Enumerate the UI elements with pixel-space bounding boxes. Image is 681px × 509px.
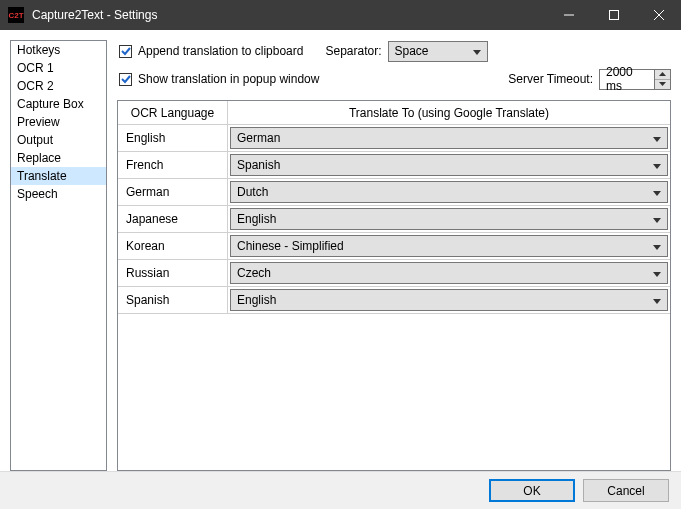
translate-to-dropdown[interactable]: English — [230, 208, 668, 230]
ok-button[interactable]: OK — [489, 479, 575, 502]
ocr-language-cell: English — [118, 125, 228, 151]
translate-to-value: Czech — [237, 266, 271, 280]
table-row: KoreanChinese - Simplified — [118, 233, 670, 260]
translate-to-value: English — [237, 212, 276, 226]
translate-to-dropdown[interactable]: Chinese - Simplified — [230, 235, 668, 257]
sidebar-item-output[interactable]: Output — [11, 131, 106, 149]
sidebar-item-hotkeys[interactable]: Hotkeys — [11, 41, 106, 59]
translate-to-dropdown[interactable]: Czech — [230, 262, 668, 284]
chevron-down-icon — [473, 44, 481, 58]
table-row: SpanishEnglish — [118, 287, 670, 314]
chevron-down-icon — [653, 266, 661, 280]
translate-to-dropdown[interactable]: English — [230, 289, 668, 311]
ocr-language-cell: French — [118, 152, 228, 178]
svg-rect-0 — [609, 11, 618, 20]
table-row: FrenchSpanish — [118, 152, 670, 179]
window-title: Capture2Text - Settings — [32, 8, 546, 22]
grid-header-translate-to: Translate To (using Google Translate) — [228, 101, 670, 124]
table-row: JapaneseEnglish — [118, 206, 670, 233]
table-row: EnglishGerman — [118, 125, 670, 152]
server-timeout-label: Server Timeout: — [508, 72, 593, 86]
translate-to-value: English — [237, 293, 276, 307]
chevron-down-icon — [653, 131, 661, 145]
translate-to-value: German — [237, 131, 280, 145]
chevron-down-icon — [653, 185, 661, 199]
sidebar-item-capture-box[interactable]: Capture Box — [11, 95, 106, 113]
translate-to-dropdown[interactable]: Dutch — [230, 181, 668, 203]
chevron-down-icon — [653, 239, 661, 253]
ocr-language-cell: Korean — [118, 233, 228, 259]
ocr-language-cell: Japanese — [118, 206, 228, 232]
sidebar-item-ocr2[interactable]: OCR 2 — [11, 77, 106, 95]
sidebar-item-translate[interactable]: Translate — [11, 167, 106, 185]
spinner-up-icon[interactable] — [655, 70, 670, 80]
chevron-down-icon — [653, 158, 661, 172]
server-timeout-field[interactable]: 2000 ms — [599, 69, 655, 90]
spinner-down-icon[interactable] — [655, 80, 670, 89]
translate-to-value: Dutch — [237, 185, 268, 199]
chevron-down-icon — [653, 293, 661, 307]
ocr-language-cell: Spanish — [118, 287, 228, 313]
separator-value: Space — [395, 44, 429, 58]
cancel-button[interactable]: Cancel — [583, 479, 669, 502]
append-clipboard-checkbox[interactable] — [119, 45, 132, 58]
append-clipboard-label: Append translation to clipboard — [138, 44, 303, 58]
minimize-button[interactable] — [546, 0, 591, 30]
translate-grid: OCR Language Translate To (using Google … — [117, 100, 671, 471]
sidebar-item-ocr1[interactable]: OCR 1 — [11, 59, 106, 77]
table-row: RussianCzech — [118, 260, 670, 287]
sidebar-item-speech[interactable]: Speech — [11, 185, 106, 203]
ocr-language-cell: Russian — [118, 260, 228, 286]
translate-to-dropdown[interactable]: German — [230, 127, 668, 149]
server-timeout-spinner[interactable] — [655, 69, 671, 90]
popup-window-label: Show translation in popup window — [138, 72, 319, 86]
translate-to-value: Chinese - Simplified — [237, 239, 344, 253]
chevron-down-icon — [653, 212, 661, 226]
separator-dropdown[interactable]: Space — [388, 41, 488, 62]
table-row: GermanDutch — [118, 179, 670, 206]
sidebar-item-preview[interactable]: Preview — [11, 113, 106, 131]
popup-window-checkbox[interactable] — [119, 73, 132, 86]
close-button[interactable] — [636, 0, 681, 30]
settings-sidebar: Hotkeys OCR 1 OCR 2 Capture Box Preview … — [10, 40, 107, 471]
grid-header-ocr-lang: OCR Language — [118, 101, 228, 124]
separator-label: Separator: — [325, 44, 381, 58]
ocr-language-cell: German — [118, 179, 228, 205]
translate-to-dropdown[interactable]: Spanish — [230, 154, 668, 176]
dialog-footer: OK Cancel — [0, 471, 681, 509]
maximize-button[interactable] — [591, 0, 636, 30]
titlebar: C2T Capture2Text - Settings — [0, 0, 681, 30]
translate-to-value: Spanish — [237, 158, 280, 172]
app-icon: C2T — [8, 7, 24, 23]
sidebar-item-replace[interactable]: Replace — [11, 149, 106, 167]
